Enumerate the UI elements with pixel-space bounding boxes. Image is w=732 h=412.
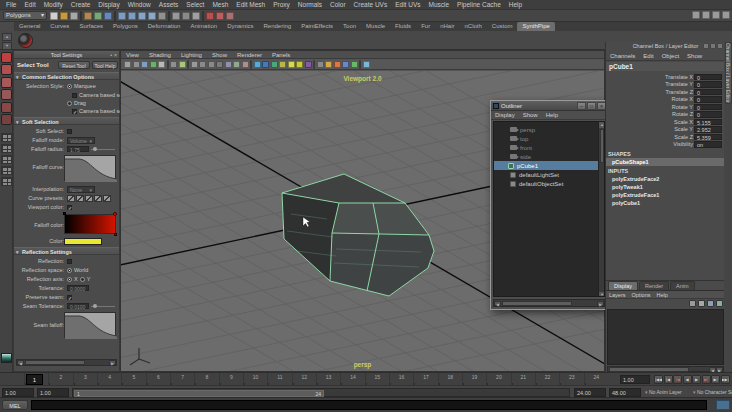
- menu-item[interactable]: Edit: [20, 0, 39, 10]
- snap-grid-icon[interactable]: [118, 12, 126, 20]
- channel-box-menu-item[interactable]: Object: [658, 52, 683, 60]
- layout-four-pane-icon[interactable]: [1, 144, 12, 153]
- preserve-seam-checkbox[interactable]: [67, 295, 72, 300]
- time-slider[interactable]: 123456789101112131415161718192021222324 …: [0, 372, 732, 385]
- step-back-key-button[interactable]: |◀: [673, 375, 682, 384]
- outliner-menu-item[interactable]: Display: [491, 111, 519, 119]
- reset-tool-button[interactable]: Reset Tool: [58, 61, 90, 69]
- menu-set-dropdown[interactable]: Polygons▾: [3, 11, 47, 20]
- outliner-item[interactable]: front: [494, 143, 604, 152]
- viewport-menu-item[interactable]: Show: [207, 51, 232, 58]
- safe-action-icon[interactable]: [233, 61, 240, 68]
- separator[interactable]: [202, 11, 204, 21]
- layout-single-pane-icon[interactable]: [1, 133, 12, 142]
- snap-curve-icon[interactable]: [128, 12, 136, 20]
- menu-item[interactable]: Select: [182, 0, 208, 10]
- channel-row[interactable]: Rotate Y 0: [606, 103, 725, 111]
- show-hide-ui-icon[interactable]: [722, 11, 730, 19]
- anim-layer-dropdown[interactable]: No Anim Layer: [645, 388, 682, 397]
- script-editor-icon[interactable]: [716, 400, 730, 410]
- shelf-item-sphere-icon[interactable]: [18, 33, 33, 48]
- menu-item[interactable]: Create UVs: [350, 0, 392, 10]
- renderer-icon[interactable]: [363, 61, 370, 68]
- current-frame-indicator[interactable]: 1: [26, 374, 43, 385]
- make-live-icon[interactable]: [158, 12, 166, 20]
- shelf-tab[interactable]: Custom: [487, 22, 518, 31]
- outliner-item[interactable]: top: [494, 134, 604, 143]
- viewport-menu-item[interactable]: Panels: [267, 51, 295, 58]
- range-slider-track[interactable]: 1 24: [72, 388, 570, 397]
- menu-item[interactable]: Pipeline Cache: [453, 0, 505, 10]
- shelf-tab[interactable]: Surfaces: [74, 22, 108, 31]
- move-tool-icon[interactable]: [1, 89, 12, 100]
- ipr-render-icon[interactable]: [216, 12, 224, 20]
- lock-camera-icon[interactable]: [133, 61, 140, 68]
- seam-falloff-curve-graph[interactable]: [64, 312, 116, 338]
- menu-item[interactable]: File: [2, 0, 20, 10]
- layer-editor-menu-item[interactable]: Options: [629, 291, 654, 298]
- layout-thumbnail-icon[interactable]: [1, 353, 12, 363]
- pin-icon[interactable]: •: [110, 52, 112, 58]
- separator[interactable]: [250, 60, 252, 69]
- render-settings-icon[interactable]: [226, 12, 234, 20]
- motion-blur-icon[interactable]: [342, 61, 349, 68]
- shelf-tab[interactable]: SynthPipe: [517, 22, 554, 31]
- mel-toggle-button[interactable]: MEL: [2, 400, 28, 410]
- lights-icon[interactable]: [296, 61, 303, 68]
- separator[interactable]: [187, 60, 189, 69]
- separator[interactable]: [168, 11, 170, 21]
- section-common-selection[interactable]: Common Selection Options: [14, 72, 119, 80]
- select-camera-icon[interactable]: [124, 61, 131, 68]
- playback-end-field[interactable]: 24.00: [574, 388, 606, 397]
- menu-item[interactable]: Mesh: [208, 0, 232, 10]
- input-node-item[interactable]: polyExtrudeFace2: [606, 175, 725, 183]
- 2d-pan-zoom-icon[interactable]: [170, 61, 177, 68]
- character-set-dropdown[interactable]: No Character Set: [693, 388, 732, 397]
- move-layer-down-icon[interactable]: [716, 300, 723, 307]
- outliner-vscrollbar[interactable]: ▲▼: [598, 122, 604, 297]
- channel-value-field[interactable]: 0: [694, 96, 722, 103]
- command-input[interactable]: [31, 400, 707, 410]
- camera-based-checkbox-2[interactable]: [72, 109, 77, 114]
- shelf-tab[interactable]: nHair: [435, 22, 459, 31]
- shelf-scroll-arrows[interactable]: ▲▼: [2, 33, 12, 48]
- shelf-tab[interactable]: Fur: [416, 22, 435, 31]
- mesh-pcube1[interactable]: [282, 174, 434, 296]
- go-to-range-end-button[interactable]: ▶▶|: [721, 375, 730, 384]
- menu-item[interactable]: Assets: [155, 0, 183, 10]
- menu-item[interactable]: Help: [505, 0, 526, 10]
- curve-preset-dome-icon[interactable]: [94, 195, 102, 202]
- move-layer-up-icon[interactable]: [707, 300, 714, 307]
- image-plane-icon[interactable]: [158, 61, 165, 68]
- curve-preset-smooth-icon[interactable]: [76, 195, 84, 202]
- section-soft-selection[interactable]: Soft Selection: [14, 117, 119, 125]
- shelf-tab[interactable]: Polygons: [108, 22, 143, 31]
- maximize-button[interactable]: □: [587, 102, 596, 110]
- menu-item[interactable]: Normals: [294, 0, 326, 10]
- sidebar-channel-box-icon[interactable]: [712, 11, 720, 19]
- seam-tolerance-field[interactable]: 0.0100: [67, 303, 89, 309]
- camera-based-checkbox-1[interactable]: [72, 93, 77, 98]
- viewport-menu-item[interactable]: View: [121, 51, 144, 58]
- sidebar-attribute-editor-icon[interactable]: [692, 11, 700, 19]
- menu-item[interactable]: Muscle: [424, 0, 453, 10]
- input-connections-icon[interactable]: [172, 12, 180, 20]
- channel-value-field[interactable]: 5.155: [694, 119, 722, 126]
- animation-start-field[interactable]: 1.00: [2, 388, 34, 397]
- shelf-tab[interactable]: Deformation: [143, 22, 186, 31]
- safe-title-icon[interactable]: [242, 61, 249, 68]
- outliner-item[interactable]: defaultObjectSet: [494, 179, 604, 188]
- range-slider-thumb[interactable]: 1 24: [74, 390, 324, 397]
- separator[interactable]: [313, 60, 315, 69]
- reflection-axis-y-radio[interactable]: [80, 277, 85, 282]
- layer-editor-menu-item[interactable]: Layers: [606, 291, 629, 298]
- channel-row[interactable]: Translate Z 0: [606, 88, 725, 96]
- curve-preset-spike-icon[interactable]: [85, 195, 93, 202]
- layer-list[interactable]: [607, 309, 724, 365]
- separator[interactable]: [80, 11, 82, 21]
- menu-item[interactable]: Create: [67, 0, 95, 10]
- curve-preset-linear-icon[interactable]: [67, 195, 75, 202]
- reflection-space-world-radio[interactable]: [67, 268, 72, 273]
- outliner-item[interactable]: defaultLightSet: [494, 170, 604, 179]
- color-swatch[interactable]: [64, 238, 102, 245]
